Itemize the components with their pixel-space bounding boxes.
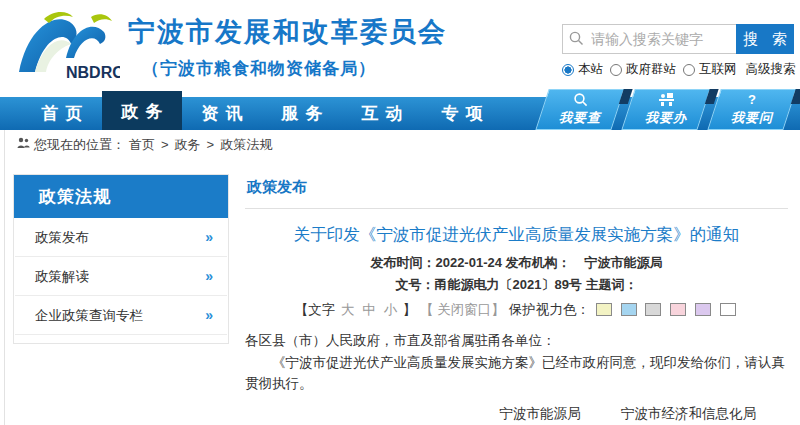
- signature-block: 宁波市能源局 宁波市经济和信息化局 宁波市财政局 宁波市住房和城乡建设局 宁波市…: [245, 403, 788, 425]
- font-size-medium-link[interactable]: 中: [362, 302, 376, 317]
- scope-radio-gov[interactable]: [610, 64, 622, 76]
- breadcrumb-government[interactable]: 政务: [175, 130, 201, 160]
- article-body: 各区县（市）人民政府，市直及部省属驻甬各单位： 《宁波市促进光伏产业高质量发展实…: [245, 330, 788, 395]
- scope-label-gov[interactable]: 政府群站: [626, 61, 676, 78]
- sidebar-item-enterprise-policy[interactable]: 企业政策查询专栏 »: [15, 296, 227, 335]
- site-header: NBDRC 宁波市发展和改革委员会 （宁波市粮食和物资储备局） 搜 索 本站 政…: [0, 0, 800, 97]
- nav-item-government[interactable]: 政务: [102, 91, 182, 130]
- page-body: 您现在的位置： 首页 > 政务 > 政策法规 政策法规 政策发布 » 政策解读 …: [4, 130, 800, 425]
- sidebar-item-policy-interpretation[interactable]: 政策解读 »: [15, 257, 227, 296]
- search-input[interactable]: [562, 24, 736, 54]
- nav-item-special[interactable]: 专项: [422, 97, 502, 130]
- breadcrumb-policy[interactable]: 政策法规: [220, 130, 272, 160]
- eye-color-swatch-purple[interactable]: [695, 303, 711, 316]
- search-icon: [569, 31, 584, 50]
- eye-color-swatch-pink[interactable]: [670, 303, 686, 316]
- meta-tools-line: 【文字 大 中 小 】 【 关闭窗口】 保护视力色：: [245, 301, 788, 319]
- article-title: 关于印发《宁波市促进光伏产业高质量发展实施方案》的通知: [245, 224, 788, 246]
- salutation-paragraph: 各区县（市）人民政府，市直及部省属驻甬各单位：: [245, 330, 788, 352]
- question-mark-icon: ?: [748, 92, 756, 108]
- eye-color-swatch-blue[interactable]: [621, 303, 637, 316]
- meta-publish-line: 发布时间：2022-01-24 发布机构：宁波市能源局: [245, 254, 788, 272]
- nav-item-news[interactable]: 资讯: [182, 97, 262, 130]
- chevron-right-icon: »: [205, 218, 213, 257]
- search-area: 搜 索 本站 政府群站 互联网 高级搜索: [562, 24, 794, 78]
- scope-radio-site[interactable]: [562, 64, 574, 76]
- svg-text:NBDRC: NBDRC: [66, 64, 120, 81]
- advanced-search-link[interactable]: 高级搜索: [746, 61, 796, 78]
- eye-color-swatch-gray[interactable]: [645, 303, 661, 316]
- sidebar-item-policy-release[interactable]: 政策发布 »: [15, 218, 227, 257]
- close-window-link[interactable]: 【 关闭窗口】: [420, 302, 505, 317]
- i-want-to-handle-button[interactable]: 我要办: [621, 89, 710, 130]
- font-size-large-link[interactable]: 大: [341, 302, 355, 317]
- chevron-right-icon: »: [205, 257, 213, 296]
- main-navbar: 首页 政务 资讯 服务 互动 专项 我要查 我要办 ? 我要问: [0, 97, 800, 130]
- i-want-to-search-button[interactable]: 我要查: [535, 89, 624, 130]
- main-paragraph: 《宁波市促进光伏产业高质量发展实施方案》已经市政府同意，现印发给你们，请认真贯彻…: [245, 352, 788, 395]
- breadcrumb-home[interactable]: 首页: [129, 130, 155, 160]
- site-title: 宁波市发展和改革委员会: [128, 14, 447, 50]
- search-button[interactable]: 搜 索: [736, 24, 794, 54]
- section-title: 政策发布: [245, 174, 788, 209]
- article-panel: 政策发布 关于印发《宁波市促进光伏产业高质量发展实施方案》的通知 发布时间：20…: [229, 174, 794, 425]
- nav-item-interaction[interactable]: 互动: [342, 97, 422, 130]
- sidebar-title: 政策法规: [14, 175, 228, 218]
- policy-sidebar: 政策法规 政策发布 » 政策解读 » 企业政策查询专栏 »: [13, 174, 229, 344]
- eye-color-swatch-yellow[interactable]: [596, 303, 612, 316]
- nbdrc-logo: NBDRC: [16, 6, 120, 86]
- quick-buttons: 我要查 我要办 ? 我要问: [542, 89, 790, 130]
- site-subtitle: （宁波市粮食和物资储备局）: [128, 57, 447, 80]
- meta-docno-line: 文号：甬能源电力〔2021〕89号 主题词：: [245, 276, 788, 294]
- magnifier-icon: [573, 92, 588, 108]
- nav-item-home[interactable]: 首页: [22, 97, 102, 130]
- signature-line: 宁波市能源局 宁波市经济和信息化局: [245, 403, 756, 425]
- i-want-to-ask-button[interactable]: ? 我要问: [707, 89, 796, 130]
- eye-color-swatch-white[interactable]: [720, 303, 736, 316]
- scope-radio-internet[interactable]: [683, 64, 695, 76]
- scope-label-site[interactable]: 本站: [578, 61, 603, 78]
- nav-item-services[interactable]: 服务: [262, 97, 342, 130]
- service-desk-icon: [658, 92, 675, 108]
- font-size-small-link[interactable]: 小: [384, 302, 398, 317]
- location-icon: [17, 130, 30, 160]
- chevron-right-icon: »: [205, 296, 213, 335]
- breadcrumb-prefix: 您现在的位置：: [34, 130, 125, 160]
- bridge-logo-icon: NBDRC: [16, 6, 120, 82]
- scope-label-internet[interactable]: 互联网: [699, 61, 737, 78]
- breadcrumb: 您现在的位置： 首页 > 政务 > 政策法规: [5, 130, 800, 160]
